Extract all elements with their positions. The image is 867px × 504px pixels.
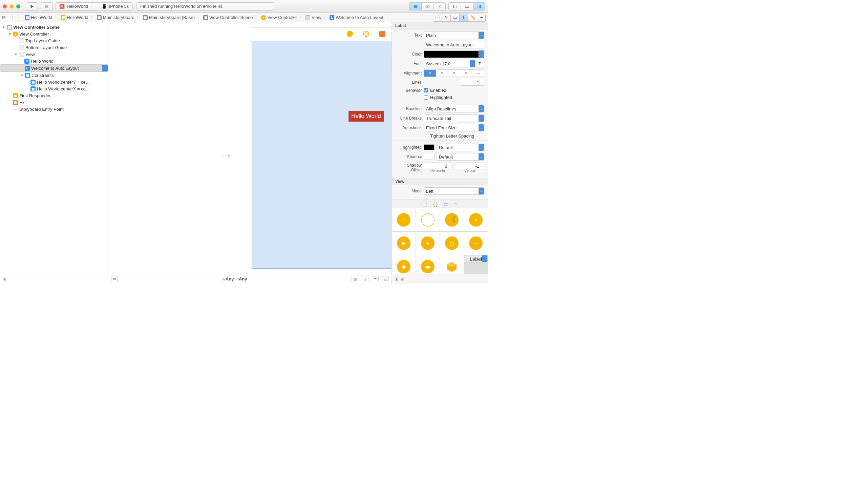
autoshrink-select[interactable]: Fixed Font Size⌄ xyxy=(424,124,484,131)
outline-filter[interactable]: ◉ xyxy=(0,274,108,283)
align-left-icon[interactable]: ≡ xyxy=(424,70,436,77)
standard-editor-button[interactable] xyxy=(409,2,421,11)
text-value-field[interactable]: Welcome to Auto Layout xyxy=(424,41,484,49)
zoom-window-icon[interactable] xyxy=(16,4,20,9)
outline-label[interactable]: LWelcome to Auto Layout xyxy=(0,64,108,72)
scene-exit-icon[interactable] xyxy=(379,31,385,37)
crumb-scene[interactable]: ▦View Controller Scene xyxy=(202,15,254,20)
lib-item-5[interactable]: ⊞ xyxy=(392,232,416,255)
version-editor-button[interactable] xyxy=(434,2,446,11)
outline-entry-point[interactable]: →Storyboard Entry Point xyxy=(0,106,108,112)
shadow-offset-v[interactable]: -1 xyxy=(456,163,485,169)
text-color-swatch[interactable] xyxy=(424,51,479,58)
resolve-button[interactable]: △ xyxy=(382,276,389,282)
toggle-debug-button[interactable] xyxy=(461,2,473,11)
outline-top-guide[interactable]: Top Layout Guide xyxy=(0,37,108,44)
scheme-selector[interactable]: 🅰️HelloWorld〉 📱iPhone 5s xyxy=(55,2,132,11)
inspector-help-icon[interactable]: ? xyxy=(442,13,450,22)
toggle-utilities-button[interactable] xyxy=(473,2,485,11)
lines-stepper[interactable]: 1 xyxy=(460,79,484,86)
code-snippet-library-icon[interactable]: { } xyxy=(434,202,438,207)
shadow-select[interactable]: Default⌄ xyxy=(437,153,484,161)
crumb-storyboard[interactable]: ▦Main.storyboard xyxy=(96,15,136,20)
outline-filter-input[interactable] xyxy=(9,277,105,281)
object-library-icon[interactable]: ◎ xyxy=(444,202,447,207)
mode-select[interactable]: Left⌄ xyxy=(424,187,484,195)
run-button[interactable] xyxy=(26,2,38,11)
align-button[interactable]: ⫝ xyxy=(362,276,368,282)
inspector-identity-icon[interactable]: ▭ xyxy=(450,13,459,22)
inspector-file-icon[interactable]: 📄 xyxy=(433,13,442,22)
linebreaks-select[interactable]: Truncate Tail⌄ xyxy=(424,115,484,122)
font-select[interactable]: System 17.0 xyxy=(424,60,475,67)
lib-label[interactable]: Label xyxy=(464,255,488,262)
hello-world-button[interactable]: Hello World xyxy=(349,111,384,121)
outline-constraints[interactable]: ▼▦Constraints xyxy=(0,72,108,78)
crumb-storyboard-base[interactable]: ▦Main.storyboard (Base) xyxy=(141,15,196,20)
highlighted-swatch[interactable] xyxy=(424,144,435,150)
alignment-segmented[interactable]: ≡≡≡≡--- xyxy=(424,69,484,77)
inspector-connections-icon[interactable]: ➜ xyxy=(477,13,486,22)
crumb-project[interactable]: ▦HelloWorld xyxy=(23,15,54,20)
assistant-editor-button[interactable] xyxy=(421,2,434,11)
lib-collectionviewcontroller[interactable]: ≡ xyxy=(464,208,488,231)
outline-view[interactable]: ▼ View xyxy=(0,51,108,57)
outline-scene[interactable]: ▼▦View Controller Scene xyxy=(0,24,108,31)
toggle-navigator-button[interactable] xyxy=(448,2,461,11)
stack-button[interactable]: ▥ xyxy=(352,276,358,282)
outline-exit[interactable]: ▣Exit xyxy=(0,99,108,106)
tighten-checkbox[interactable] xyxy=(424,134,428,138)
lib-viewcontroller[interactable]: ▢ xyxy=(392,208,416,231)
minimize-window-icon[interactable] xyxy=(10,4,13,9)
outline-constraint-2[interactable]: ▦Hello World.centerX = ce… xyxy=(0,85,108,92)
lib-item-11[interactable] xyxy=(440,255,464,274)
enabled-checkbox[interactable] xyxy=(424,88,428,93)
outline-viewcontroller[interactable]: ▼●View Controller xyxy=(0,31,108,37)
lib-tableviewcontroller[interactable]: 〈 xyxy=(440,208,464,231)
toggle-outline-button[interactable]: ▭ xyxy=(111,276,118,282)
library-view-toggle-icon[interactable]: ⊞ xyxy=(395,276,398,281)
baseline-select[interactable]: Align Baselines⌄ xyxy=(424,105,484,112)
interface-builder-canvas[interactable]: → Hello World Welcome to Auto Layout xyxy=(108,22,392,283)
lib-item-7[interactable]: ▢ xyxy=(440,232,464,255)
back-button[interactable]: 〈 xyxy=(8,14,15,21)
align-center-icon[interactable]: ≡ xyxy=(436,70,448,77)
scene-vc-icon[interactable] xyxy=(347,31,353,37)
text-type-select[interactable]: Plain⌄ xyxy=(424,32,484,39)
lib-item-9[interactable]: ◉ xyxy=(392,255,416,274)
crumb-view[interactable]: View xyxy=(304,15,322,20)
file-template-library-icon[interactable]: 📄 xyxy=(422,202,427,207)
media-library-icon[interactable]: ▭ xyxy=(453,202,458,207)
stop-button[interactable] xyxy=(41,2,53,11)
lib-item-10[interactable]: ◀▶ xyxy=(416,255,440,274)
shadow-offset-h[interactable]: 0 xyxy=(424,163,452,169)
outline-bottom-guide[interactable]: Bottom Layout Guide xyxy=(0,44,108,51)
outline-button[interactable]: BHello World xyxy=(0,57,108,64)
align-natural-icon[interactable]: --- xyxy=(472,70,484,77)
crumb-viewcontroller[interactable]: ●View Controller xyxy=(260,15,298,20)
highlighted-select[interactable]: Default⌄ xyxy=(437,143,484,151)
lib-item-6[interactable]: ★ xyxy=(416,232,440,255)
pin-button[interactable]: ⊢ xyxy=(372,276,379,282)
close-window-icon[interactable] xyxy=(3,4,7,9)
lib-item-8[interactable]: ⋯ xyxy=(464,232,488,255)
library-filter-input[interactable] xyxy=(406,277,485,281)
outline-first-responder[interactable]: ◍First Responder xyxy=(0,92,108,99)
font-picker-button[interactable]: T xyxy=(475,60,484,67)
lib-navcontroller[interactable] xyxy=(416,208,440,231)
shadow-swatch[interactable] xyxy=(424,154,435,160)
inspector-size-icon[interactable]: 📏 xyxy=(468,13,477,22)
outline-constraint-1[interactable]: ▦Hello World.centerY = ce… xyxy=(0,78,108,85)
jump-bar[interactable]: ⊞ 〈 〉 ▦HelloWorld〉 ▦HelloWorld〉 ▦Main.st… xyxy=(0,13,488,22)
forward-button[interactable]: 〉 xyxy=(15,14,23,21)
inspector-attributes-icon[interactable]: ⬇ xyxy=(459,13,468,22)
root-view[interactable]: Hello World Welcome to Auto Layout xyxy=(251,41,392,269)
scene-responder-icon[interactable] xyxy=(363,31,369,37)
align-right-icon[interactable]: ≡ xyxy=(448,70,460,77)
size-class-control[interactable]: wAny hAny xyxy=(118,276,352,281)
highlighted-checkbox[interactable] xyxy=(424,95,428,99)
align-justify-icon[interactable]: ≡ xyxy=(460,70,472,77)
crumb-label[interactable]: LWelcome to Auto Layout xyxy=(328,15,385,20)
text-color-menu[interactable]: ⌄ xyxy=(479,51,484,58)
object-library[interactable]: ▢ 〈 ≡ ⊞ ★ ▢ ⋯ ◉ ◀▶ Label xyxy=(392,208,488,274)
